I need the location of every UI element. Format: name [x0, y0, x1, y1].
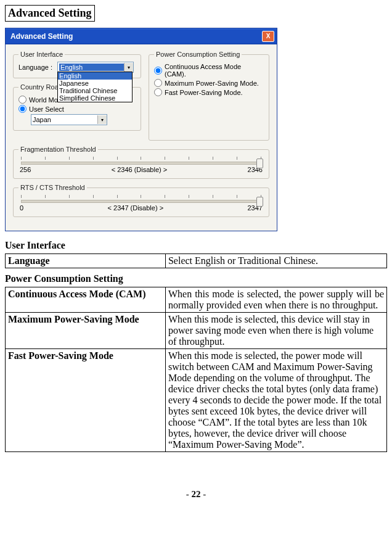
language-combobox[interactable]: English ▾ English Japanese Traditional C… — [57, 62, 134, 73]
page-title: Advanced Setting — [8, 7, 92, 19]
power-consumption-section-header: Power Consumption Setting — [5, 273, 387, 284]
fast-power-saving-label: Fast Power-Saving Mode. — [165, 89, 243, 96]
table-row: Fast Power-Saving Mode When this mode is… — [6, 349, 387, 452]
max-power-saving-label: Maximum Power-Saving Mode. — [165, 80, 259, 87]
power-consumption-group: Power Consumption Setting Continuous Acc… — [149, 51, 269, 141]
fast-power-saving-radio[interactable] — [154, 88, 162, 96]
cam-option[interactable]: Continuous Access Mode (CAM). — [154, 63, 264, 78]
rts-cts-threshold-group: RTS / CTS Threshold 0 < 2347 (Disable) >… — [13, 184, 269, 217]
chevron-down-icon: ▾ — [97, 115, 107, 124]
fragmentation-legend: Fragmentation Threshold — [18, 146, 98, 153]
world-mode-radio[interactable] — [18, 96, 27, 104]
rts-slider[interactable] — [21, 200, 261, 203]
titlebar: Advanced Setting X — [6, 28, 277, 44]
language-option-simplified-chinese[interactable]: Simplified Chinese — [58, 94, 132, 102]
cam-label: Continuous Access Mode (CAM). — [165, 63, 264, 78]
rts-min-label: 0 — [20, 204, 23, 212]
chevron-down-icon: ▾ — [124, 63, 133, 72]
frag-slider-thumb[interactable] — [256, 159, 263, 168]
frag-ticks — [21, 157, 261, 160]
page-number-value: 22 — [192, 489, 201, 499]
table-row: Continuous Access Mode (CAM) When this m… — [6, 287, 387, 313]
max-power-saving-option[interactable]: Maximum Power-Saving Mode. — [154, 79, 264, 87]
rts-slider-thumb[interactable] — [256, 197, 263, 207]
country-combobox[interactable]: Japan ▾ — [31, 114, 107, 125]
table-row: Language Select English or Traditional C… — [6, 254, 387, 268]
power-consumption-legend: Power Consumption Setting — [154, 51, 242, 58]
dialog-body: User Interface Language : English ▾ Engl… — [6, 44, 277, 231]
cell-language-desc: Select English or Traditional Chinese. — [165, 254, 386, 268]
user-interface-legend: User Interface — [18, 51, 65, 58]
cell-language-label: Language — [6, 254, 166, 268]
table-row: Maximum Power-Saving Mode When this mode… — [6, 313, 387, 349]
cell-cam-desc: When this mode is selected, the power su… — [165, 287, 386, 313]
user-interface-group: User Interface Language : English ▾ Engl… — [13, 51, 141, 78]
rts-ticks — [21, 195, 261, 199]
cell-fastps-label: Fast Power-Saving Mode — [6, 349, 166, 452]
advanced-setting-dialog: Advanced Setting X User Interface Langua… — [5, 28, 277, 231]
frag-min-label: 256 — [20, 166, 31, 173]
language-option-english[interactable]: English — [58, 72, 132, 80]
close-icon: X — [266, 33, 271, 39]
page-number: - 22 - — [5, 489, 387, 500]
cell-maxps-label: Maximum Power-Saving Mode — [6, 313, 166, 349]
dialog-title: Advanced Setting — [10, 32, 73, 41]
fast-power-saving-option[interactable]: Fast Power-Saving Mode. — [154, 88, 264, 96]
language-dropdown-list: English Japanese Traditional Chinese Sim… — [57, 72, 133, 102]
close-button[interactable]: X — [262, 31, 274, 42]
power-consumption-table: Continuous Access Mode (CAM) When this m… — [5, 287, 387, 452]
user-interface-section-header: User Interface — [5, 240, 387, 251]
page-title-box: Advanced Setting — [5, 5, 95, 22]
frag-center-label: < 2346 (Disable) > — [112, 166, 168, 173]
language-label: Language : — [18, 64, 52, 71]
cam-radio[interactable] — [154, 67, 162, 75]
user-select-option[interactable]: User Select — [18, 105, 136, 113]
language-option-traditional-chinese[interactable]: Traditional Chinese — [58, 87, 132, 94]
rts-center-label: < 2347 (Disable) > — [108, 204, 164, 212]
user-interface-table: Language Select English or Traditional C… — [5, 253, 387, 268]
cell-cam-label: Continuous Access Mode (CAM) — [6, 287, 166, 313]
user-select-radio[interactable] — [18, 105, 27, 113]
cell-fastps-desc: When this mode is selected, the power mo… — [165, 349, 386, 452]
cell-maxps-desc: When this mode is selected, this device … — [165, 313, 386, 349]
max-power-saving-radio[interactable] — [154, 79, 162, 87]
user-select-label: User Select — [29, 105, 64, 113]
country-selected: Japan — [33, 116, 97, 123]
fragmentation-threshold-group: Fragmentation Threshold 256 < 2346 (Disa… — [13, 146, 269, 179]
language-option-japanese[interactable]: Japanese — [58, 80, 132, 87]
rts-legend: RTS / CTS Threshold — [18, 184, 87, 191]
frag-slider[interactable] — [21, 162, 261, 165]
language-selected: English — [59, 64, 124, 71]
